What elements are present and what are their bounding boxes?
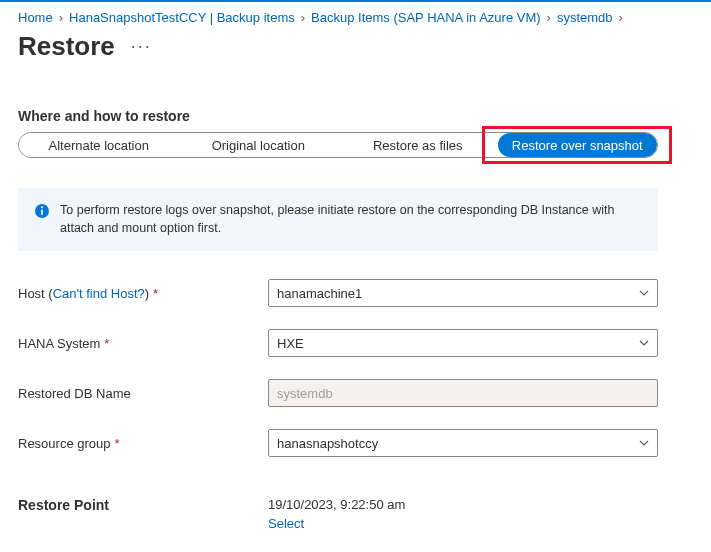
page-title: Restore [18,31,115,62]
info-icon [34,203,50,219]
resource-group-value: hanasnapshotccy [277,436,378,451]
tab-alternate-location[interactable]: Alternate location [19,133,179,157]
hana-system-select[interactable]: HXE [268,329,658,357]
required-indicator: * [115,436,120,451]
tab-restore-as-files[interactable]: Restore as files [338,133,498,157]
breadcrumb-backup-items[interactable]: HanaSnapshotTestCCY | Backup items [69,10,295,25]
restore-point-label: Restore Point [18,497,268,531]
chevron-right-icon: › [59,10,63,25]
resource-group-select[interactable]: hanasnapshotccy [268,429,658,457]
resource-group-label: Resource group* [18,436,268,451]
host-select[interactable]: hanamachine1 [268,279,658,307]
hana-system-label-text: HANA System [18,336,100,351]
host-value: hanamachine1 [277,286,362,301]
chevron-right-icon: › [547,10,551,25]
required-indicator: * [104,336,109,351]
host-label: Host (Can't find Host?)* [18,286,268,301]
chevron-right-icon: › [301,10,305,25]
restore-point-select-link[interactable]: Select [268,516,405,531]
resource-group-label-text: Resource group [18,436,111,451]
svg-rect-1 [41,210,43,216]
info-text: To perform restore logs over snapshot, p… [60,202,642,237]
restore-mode-tabs: Alternate location Original location Res… [18,132,658,158]
restored-db-name-label: Restored DB Name [18,386,268,401]
restore-point-value: 19/10/2023, 9:22:50 am [268,497,405,512]
cant-find-host-link[interactable]: Can't find Host? [53,286,145,301]
breadcrumb: Home › HanaSnapshotTestCCY | Backup item… [18,10,693,25]
more-actions-button[interactable]: ··· [131,36,152,57]
restored-db-name-placeholder: systemdb [277,386,333,401]
section-where-label: Where and how to restore [18,108,693,124]
breadcrumb-sap-hana[interactable]: Backup Items (SAP HANA in Azure VM) [311,10,541,25]
required-indicator: * [153,286,158,301]
breadcrumb-systemdb[interactable]: systemdb [557,10,613,25]
tab-restore-over-snapshot[interactable]: Restore over snapshot [498,133,658,157]
tab-original-location[interactable]: Original location [179,133,339,157]
hana-system-label: HANA System* [18,336,268,351]
restored-db-name-input: systemdb [268,379,658,407]
info-banner: To perform restore logs over snapshot, p… [18,188,658,251]
chevron-right-icon: › [619,10,623,25]
host-label-post: ) [145,286,149,301]
svg-point-2 [41,206,43,208]
host-label-pre: Host ( [18,286,53,301]
breadcrumb-home[interactable]: Home [18,10,53,25]
hana-system-value: HXE [277,336,304,351]
